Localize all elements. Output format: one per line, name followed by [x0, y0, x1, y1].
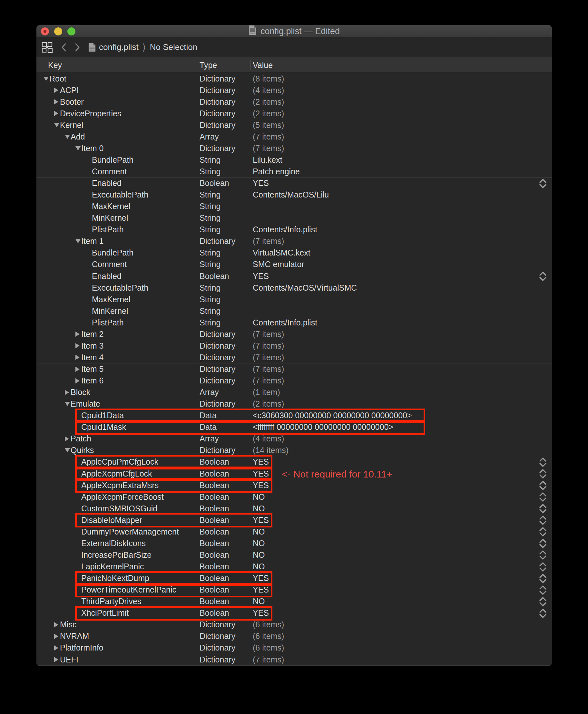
plist-row-add[interactable]: AddArray(7 items): [37, 131, 552, 143]
column-header-type[interactable]: Type: [200, 61, 217, 70]
row-type-cell[interactable]: Dictionary: [200, 96, 235, 108]
plist-row-comment[interactable]: CommentStringPatch engine: [37, 166, 552, 177]
row-value-cell[interactable]: (2 items): [253, 96, 284, 108]
plist-row-item-6[interactable]: Item 6Dictionary(7 items): [37, 375, 552, 387]
row-type-cell[interactable]: String: [200, 212, 220, 224]
disclosure-triangle-closed-icon[interactable]: [76, 378, 81, 384]
row-type-cell[interactable]: Boolean: [200, 468, 229, 479]
row-value-cell[interactable]: YES: [253, 479, 269, 491]
related-items-icon[interactable]: [41, 42, 53, 53]
plist-row-maxkernel[interactable]: MaxKernelString: [37, 201, 552, 213]
boolean-stepper[interactable]: [538, 503, 548, 514]
disclosure-triangle-closed-icon[interactable]: [54, 99, 60, 104]
row-value-cell[interactable]: YES: [253, 607, 269, 619]
row-type-cell[interactable]: Array: [200, 387, 219, 398]
disclosure-triangle-closed-icon[interactable]: [54, 88, 60, 93]
row-type-cell[interactable]: Boolean: [200, 572, 229, 584]
boolean-stepper[interactable]: [538, 480, 548, 491]
row-value-cell[interactable]: (4 items): [253, 433, 284, 445]
plist-row-xhciportlimit[interactable]: XhciPortLimitBooleanYES: [37, 607, 552, 619]
plist-row-nvram[interactable]: NVRAMDictionary(6 items): [37, 631, 552, 643]
plist-row-kernel[interactable]: KernelDictionary(5 items): [37, 119, 552, 131]
plist-row-lapickernelpanic[interactable]: LapicKernelPanicBooleanNO: [37, 561, 552, 573]
row-value-cell[interactable]: (1 item): [253, 387, 280, 398]
window-titlebar[interactable]: PLIST config.plist — Edited: [37, 25, 552, 38]
plist-row-increasepcibarsize[interactable]: IncreasePciBarSizeBooleanNO: [37, 549, 552, 561]
row-type-cell[interactable]: Dictionary: [200, 351, 235, 363]
row-type-cell[interactable]: Dictionary: [200, 236, 235, 247]
row-value-cell[interactable]: (2 items): [253, 398, 284, 410]
plist-row-applexcpmcfglock[interactable]: AppleXcpmCfgLockBooleanYES: [37, 468, 552, 480]
disclosure-triangle-closed-icon[interactable]: [54, 111, 60, 116]
row-type-cell[interactable]: Dictionary: [200, 73, 235, 84]
row-type-cell[interactable]: Dictionary: [200, 108, 235, 119]
row-type-cell[interactable]: String: [200, 259, 220, 270]
boolean-stepper[interactable]: [538, 457, 548, 468]
plist-row-patch[interactable]: PatchArray(4 items): [37, 433, 552, 445]
plist-row-enabled[interactable]: EnabledBooleanYES: [37, 270, 552, 282]
row-value-cell[interactable]: Contents/Info.plist: [253, 224, 317, 236]
row-type-cell[interactable]: String: [200, 166, 220, 177]
zoom-button[interactable]: [67, 27, 76, 36]
plist-row-bundlepath[interactable]: BundlePathStringVirtualSMC.kext: [37, 247, 552, 259]
row-value-cell[interactable]: Contents/MacOS/Lilu: [253, 189, 329, 201]
boolean-stepper[interactable]: [538, 526, 548, 537]
row-type-cell[interactable]: Dictionary: [200, 642, 235, 654]
row-type-cell[interactable]: String: [200, 247, 220, 259]
row-type-cell[interactable]: Dictionary: [200, 119, 235, 131]
plist-row-item-5[interactable]: Item 5Dictionary(7 items): [37, 364, 552, 375]
row-value-cell[interactable]: VirtualSMC.kext: [253, 247, 311, 259]
plist-row-item-2[interactable]: Item 2Dictionary(7 items): [37, 328, 552, 340]
disclosure-triangle-closed-icon[interactable]: [65, 436, 70, 441]
plist-row-applexcpmextramsrs[interactable]: AppleXcpmExtraMsrsBooleanYES: [37, 479, 552, 491]
disclosure-triangle-closed-icon[interactable]: [54, 657, 60, 662]
plist-row-minkernel[interactable]: MinKernelString: [37, 212, 552, 224]
disclosure-triangle-open-icon[interactable]: [43, 77, 49, 81]
plist-row-item-4[interactable]: Item 4Dictionary(7 items): [37, 351, 552, 364]
row-type-cell[interactable]: Dictionary: [200, 654, 235, 665]
row-value-cell[interactable]: YES: [253, 468, 269, 479]
row-value-cell[interactable]: (4 items): [253, 84, 284, 96]
column-header-key[interactable]: Key: [48, 61, 62, 70]
plist-row-uefi[interactable]: UEFIDictionary(7 items): [37, 654, 552, 666]
disclosure-triangle-open-icon[interactable]: [65, 135, 70, 139]
row-type-cell[interactable]: Boolean: [200, 584, 229, 596]
row-value-cell[interactable]: (7 items): [253, 328, 284, 340]
row-type-cell[interactable]: String: [200, 282, 220, 294]
disclosure-triangle-open-icon[interactable]: [54, 123, 60, 127]
plist-row-minkernel[interactable]: MinKernelString: [37, 305, 552, 317]
row-value-cell[interactable]: Lilu.kext: [253, 154, 282, 166]
row-value-cell[interactable]: Contents/MacOS/VirtualSMC: [253, 282, 357, 294]
plist-row-disableiomapper[interactable]: DisableIoMapperBooleanYES: [37, 514, 552, 526]
row-type-cell[interactable]: String: [200, 201, 220, 212]
row-value-cell[interactable]: (2 items): [253, 108, 284, 119]
boolean-stepper[interactable]: [538, 585, 548, 596]
row-value-cell[interactable]: YES: [253, 270, 269, 282]
row-value-cell[interactable]: NO: [253, 596, 265, 607]
plist-row-emulate[interactable]: EmulateDictionary(2 items): [37, 398, 552, 410]
plist-row-plistpath[interactable]: PlistPathStringContents/Info.plist: [37, 224, 552, 236]
row-type-cell[interactable]: Dictionary: [200, 340, 235, 351]
row-value-cell[interactable]: (7 items): [253, 131, 284, 143]
boolean-stepper[interactable]: [538, 178, 548, 189]
row-value-cell[interactable]: (7 items): [253, 364, 284, 375]
boolean-stepper[interactable]: [538, 538, 548, 549]
disclosure-triangle-open-icon[interactable]: [76, 239, 81, 243]
plist-row-booter[interactable]: BooterDictionary(2 items): [37, 96, 552, 108]
row-value-cell[interactable]: (7 items): [253, 236, 284, 247]
row-value-cell[interactable]: Patch engine: [253, 166, 300, 177]
row-type-cell[interactable]: Dictionary: [200, 398, 235, 410]
row-type-cell[interactable]: Boolean: [200, 270, 229, 282]
breadcrumb-file[interactable]: config.plist: [99, 42, 139, 52]
plist-row-applexcpmforceboost[interactable]: AppleXcpmForceBoostBooleanNO: [37, 491, 552, 503]
row-value-cell[interactable]: (6 items): [253, 642, 284, 654]
row-value-cell[interactable]: Contents/Info.plist: [253, 317, 317, 328]
plist-row-thirdpartydrives[interactable]: ThirdPartyDrivesBooleanNO: [37, 596, 552, 608]
row-type-cell[interactable]: Boolean: [200, 503, 229, 514]
disclosure-triangle-closed-icon[interactable]: [65, 390, 70, 395]
row-type-cell[interactable]: String: [200, 294, 220, 305]
row-value-cell[interactable]: (6 items): [253, 619, 284, 631]
plist-row-platforminfo[interactable]: PlatformInfoDictionary(6 items): [37, 642, 552, 654]
plist-row-executablepath[interactable]: ExecutablePathStringContents/MacOS/Lilu: [37, 189, 552, 201]
row-type-cell[interactable]: Boolean: [200, 479, 229, 491]
